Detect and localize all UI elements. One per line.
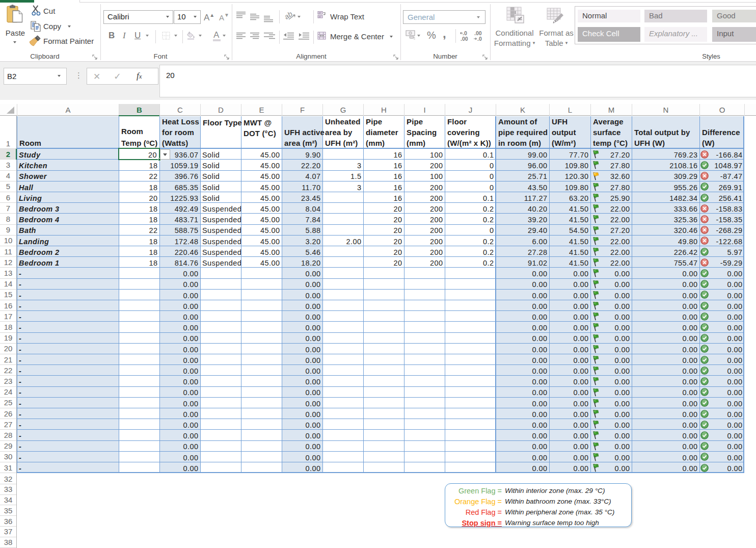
svg-text:.00: .00 xyxy=(461,36,468,42)
svg-text:.0: .0 xyxy=(477,36,482,42)
